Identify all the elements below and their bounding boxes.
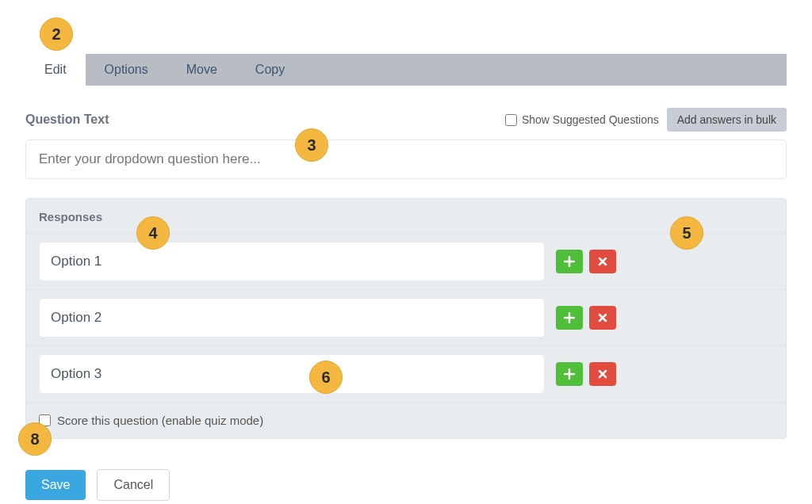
tab-copy[interactable]: Copy xyxy=(236,54,304,86)
question-text-label: Question Text xyxy=(25,113,109,127)
question-header-row: Question Text Show Suggested Questions A… xyxy=(25,108,787,132)
annotation-badge-4: 4 xyxy=(136,216,170,250)
option-row xyxy=(26,346,786,402)
add-answers-bulk-button[interactable]: Add answers in bulk xyxy=(667,108,787,132)
plus-icon xyxy=(564,312,575,323)
cancel-button[interactable]: Cancel xyxy=(97,469,170,501)
option-input[interactable] xyxy=(39,298,545,338)
show-suggested-wrap[interactable]: Show Suggested Questions xyxy=(505,113,659,126)
close-icon xyxy=(598,313,607,323)
remove-option-button[interactable] xyxy=(589,306,616,330)
content-area: Question Text Show Suggested Questions A… xyxy=(25,86,787,501)
tab-bar: Edit Options Move Copy xyxy=(25,54,787,86)
tab-move[interactable]: Move xyxy=(167,54,236,86)
save-button[interactable]: Save xyxy=(25,470,86,500)
score-question-row: Score this question (enable quiz mode) xyxy=(26,402,786,438)
option-row xyxy=(26,289,786,346)
option-actions xyxy=(556,250,616,273)
option-actions xyxy=(556,306,616,330)
annotation-badge-6: 6 xyxy=(309,361,343,394)
question-text-input[interactable] xyxy=(25,139,787,179)
annotation-badge-5: 5 xyxy=(670,216,703,250)
tab-options[interactable]: Options xyxy=(86,54,167,86)
option-input[interactable] xyxy=(39,242,545,281)
add-option-button[interactable] xyxy=(556,362,583,386)
score-question-label: Score this question (enable quiz mode) xyxy=(57,414,263,427)
add-option-button[interactable] xyxy=(556,250,583,273)
annotation-badge-2: 2 xyxy=(40,17,73,51)
close-icon xyxy=(598,257,607,266)
tab-edit[interactable]: Edit xyxy=(25,54,86,86)
option-input[interactable] xyxy=(39,354,545,394)
close-icon xyxy=(598,369,607,379)
footer-actions: Save Cancel xyxy=(25,469,787,501)
plus-icon xyxy=(564,256,575,267)
annotation-badge-8: 8 xyxy=(18,422,52,456)
plus-icon xyxy=(564,368,575,380)
add-option-button[interactable] xyxy=(556,306,583,330)
annotation-badge-3: 3 xyxy=(295,128,328,162)
show-suggested-checkbox[interactable] xyxy=(505,114,517,126)
show-suggested-label: Show Suggested Questions xyxy=(522,113,659,126)
remove-option-button[interactable] xyxy=(589,250,616,273)
question-header-controls: Show Suggested Questions Add answers in … xyxy=(505,108,787,132)
editor-panel: Edit Options Move Copy Question Text Sho… xyxy=(25,0,787,501)
option-actions xyxy=(556,362,616,386)
remove-option-button[interactable] xyxy=(589,362,616,386)
